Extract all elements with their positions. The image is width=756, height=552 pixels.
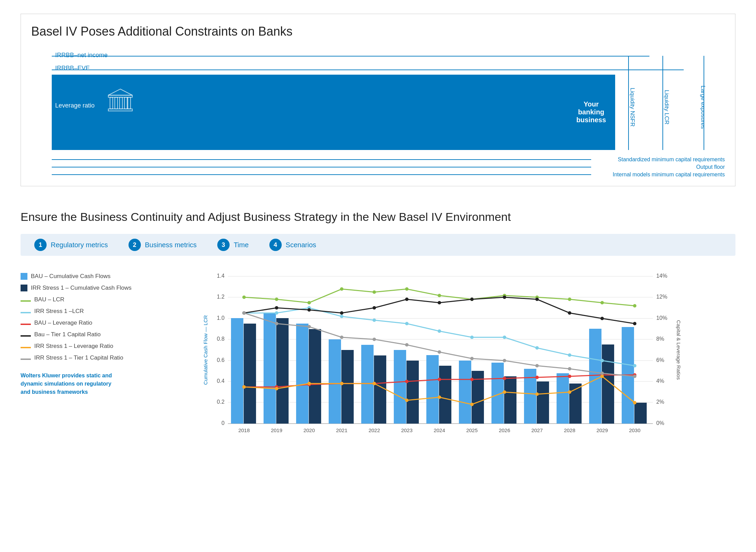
legend-note: Wolters Kluwer provides static and dynam… (21, 372, 117, 396)
legend-item-bau-leverage: BAU – Leverage Ratio (21, 319, 132, 326)
x-label-2019: 2019 (271, 427, 282, 433)
bar-irr-2026 (504, 376, 516, 424)
bar-irr-2021 (341, 350, 354, 424)
bar-irr-2030 (634, 403, 647, 424)
dot-irr-lcr-11 (600, 359, 604, 362)
step-4[interactable]: 4 Scenarios (269, 239, 316, 251)
b-line-label-2: Output floor (595, 164, 725, 170)
dot-irr-lcr-5 (405, 322, 409, 325)
dot-bau-lcr-11 (600, 301, 604, 304)
step-circle-3: 3 (217, 239, 230, 251)
irrbb-eve-label: IRRBB–EVE (55, 65, 90, 72)
top-section: Basel IV Poses Additional Constraints on… (21, 14, 735, 186)
legend-text-bau-lcr: BAU – LCR (34, 296, 64, 303)
legend-item-irr-lcr: IRR Stress 1 –LCR (21, 308, 132, 315)
legend-swatch-bau-leverage (21, 324, 31, 325)
legend-item-bau-bar: BAU – Cumulative Cash Flows (21, 273, 132, 280)
bar-bau-2020 (296, 324, 308, 424)
legend-swatch-bau-bar (21, 273, 27, 280)
dot-irr-t1-10 (568, 367, 571, 371)
x-label-2020: 2020 (303, 427, 315, 433)
legend-swatch-irr-leverage (21, 347, 31, 348)
dot-bau-t1-9 (535, 298, 539, 301)
liquidity-nsfr-label: Liquidity NSFR (629, 88, 635, 126)
dot-irr-t1-6 (438, 350, 441, 354)
step-2[interactable]: 2 Business metrics (129, 239, 197, 251)
dot-irr-lev-3 (340, 382, 343, 385)
dot-irr-t1-8 (503, 359, 506, 362)
step-bar: 1 Regulatory metrics 2 Business metrics … (21, 234, 735, 256)
bar-irr-2018 (244, 324, 256, 424)
bar-bau-2023 (394, 350, 406, 424)
dot-bau-t1-8 (503, 296, 506, 299)
dot-irr-lev-0 (242, 385, 246, 389)
svg-rect-6 (124, 97, 127, 109)
b-line-label-3: Internal models minimum capital requirem… (595, 172, 725, 178)
bar-bau-2021 (329, 339, 341, 424)
svg-rect-3 (110, 97, 113, 109)
y-label-04: 0.4 (217, 378, 224, 384)
dot-bau-lev-10 (568, 375, 571, 378)
dot-irr-lev-6 (438, 396, 441, 399)
dot-bau-t1-10 (568, 311, 571, 315)
step-label-2: Business metrics (145, 241, 197, 249)
legend-item-bau-lcr: BAU – LCR (21, 296, 132, 303)
dot-bau-lev-6 (438, 378, 441, 381)
dot-irr-lcr-10 (568, 353, 571, 357)
step-label-3: Time (234, 241, 249, 249)
bottom-lines: Standardized minimum capital requirement… (52, 156, 725, 179)
step-1[interactable]: 1 Regulatory metrics (34, 239, 108, 251)
x-label-2026: 2026 (499, 427, 510, 433)
bar-irr-2022 (374, 355, 386, 424)
y-right-12: 12% (656, 294, 667, 300)
top-title: Basel IV Poses Additional Constraints on… (31, 24, 725, 39)
legend-swatch-irr-tier1 (21, 359, 31, 360)
legend-text-bau-bar: BAU – Cumulative Cash Flows (31, 273, 110, 280)
y-right-6: 6% (656, 357, 664, 363)
legend-item-irr-bar: IRR Stress 1 – Cumulative Cash Flows (21, 285, 132, 291)
x-label-2022: 2022 (368, 427, 380, 433)
dot-bau-lev-9 (535, 376, 539, 379)
y-label-14: 1.4 (217, 273, 224, 279)
legend-swatch-irr-lcr (21, 312, 31, 313)
dot-irr-t1-7 (470, 357, 474, 360)
bottom-title: Ensure the Business Continuity and Adjus… (21, 210, 735, 224)
main-chart: 0 0.2 0.4 0.6 0.8 1.0 1.2 1.4 Cumulative… (145, 266, 735, 444)
y-axis-left-label: Cumulative Cash Flow — LCR (203, 315, 208, 385)
dot-bau-lcr-2 (307, 301, 311, 304)
dot-bau-t1-11 (600, 317, 604, 320)
step-3[interactable]: 3 Time (217, 239, 249, 251)
b-line-label-1: Standardized minimum capital requirement… (595, 156, 725, 163)
b-line-rule-2 (52, 167, 591, 167)
dot-bau-t1-4 (373, 306, 376, 310)
y-axis-right-label: Capital & Leverage Ratios (676, 320, 682, 380)
step-circle-1: 1 (34, 239, 47, 251)
dot-bau-lcr-0 (242, 296, 246, 299)
bar-irr-2020 (309, 329, 321, 424)
large-exposures-label: Large exposures (700, 86, 707, 129)
dot-irr-lev-5 (405, 399, 409, 402)
x-label-2025: 2025 (466, 427, 477, 433)
blue-rect (52, 75, 615, 150)
dot-irr-t1-12 (633, 375, 636, 378)
svg-rect-7 (128, 97, 131, 109)
y-label-06: 0.6 (217, 357, 224, 363)
chart-wrapper: 0 0.2 0.4 0.6 0.8 1.0 1.2 1.4 Cumulative… (145, 266, 735, 444)
y-label-12: 1.2 (217, 294, 224, 300)
b-line-rule-1 (52, 159, 591, 160)
dot-irr-lcr-4 (373, 318, 376, 322)
bar-irr-2024 (439, 366, 451, 424)
dot-bau-lev-8 (503, 377, 506, 380)
diagram-container: IRRBB–net income IRRBB–EVE Leverage rati… (31, 49, 725, 179)
bottom-section: Ensure the Business Continuity and Adjus… (21, 203, 735, 451)
x-label-2018: 2018 (238, 427, 249, 433)
bar-bau-2019 (264, 313, 276, 424)
dot-bau-t1-3 (340, 311, 343, 315)
y-label-10: 1.0 (217, 315, 224, 321)
legend-text-bau-tier1: Bau – Tier 1 Capital Ratio (34, 331, 101, 338)
x-label-2021: 2021 (336, 427, 347, 433)
x-label-2028: 2028 (564, 427, 575, 433)
legend-text-irr-tier1: IRR Stress 1 – Tier 1 Capital Ratio (34, 354, 123, 361)
dot-irr-t1-3 (340, 336, 343, 339)
legend-text-irr-leverage: IRR Stress 1 – Leverage Ratio (34, 343, 113, 350)
